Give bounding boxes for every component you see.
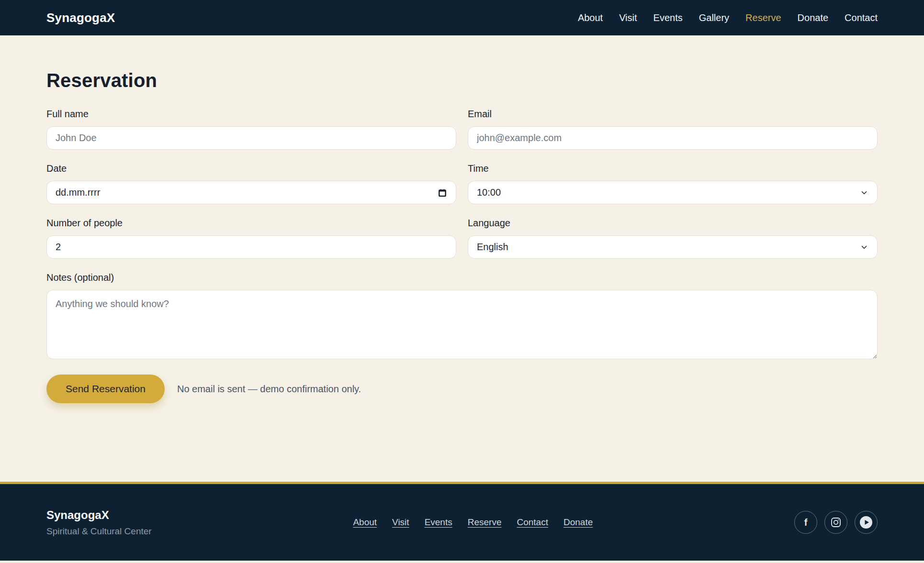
date-input[interactable]: dd.mm.rrrr — [46, 181, 456, 204]
social-links: f — [794, 511, 878, 534]
footer-link-events[interactable]: Events — [425, 517, 452, 528]
time-select[interactable]: 10:00 — [468, 181, 878, 204]
top-navigation: About Visit Events Gallery Reserve Donat… — [578, 12, 878, 23]
time-label: Time — [468, 163, 878, 174]
language-label: Language — [468, 218, 878, 229]
form-row-3: Number of people Language English — [46, 218, 878, 259]
nav-contact[interactable]: Contact — [845, 12, 878, 23]
form-row-2: Date dd.mm.rrrr Time 10:00 — [46, 163, 878, 204]
email-group: Email — [468, 109, 878, 150]
people-group: Number of people — [46, 218, 456, 259]
nav-events[interactable]: Events — [654, 12, 683, 23]
reservation-page: Reservation Full name Email Date dd.mm.r… — [0, 35, 924, 482]
instagram-button[interactable] — [824, 511, 847, 534]
footer-brand: SynagogaX Spiritual & Cultural Center — [46, 508, 152, 537]
footer: SynagogaX Spiritual & Cultural Center Ab… — [0, 482, 924, 561]
form-row-4: Notes (optional) — [46, 272, 878, 359]
notes-group: Notes (optional) — [46, 272, 878, 359]
form-row-1: Full name Email — [46, 109, 878, 150]
time-value: 10:00 — [477, 187, 501, 198]
youtube-button[interactable] — [855, 511, 878, 534]
full-name-input[interactable] — [46, 126, 456, 150]
facebook-icon: f — [804, 517, 808, 528]
email-label: Email — [468, 109, 878, 120]
time-group: Time 10:00 — [468, 163, 878, 204]
full-name-label: Full name — [46, 109, 456, 120]
footer-link-contact[interactable]: Contact — [517, 517, 548, 528]
notes-label: Notes (optional) — [46, 272, 878, 283]
youtube-icon — [859, 516, 873, 529]
calendar-icon[interactable] — [438, 188, 447, 198]
form-actions: Send Reservation No email is sent — demo… — [46, 375, 878, 403]
email-input[interactable] — [468, 126, 878, 150]
header: SynagogaX About Visit Events Gallery Res… — [0, 0, 924, 35]
footer-navigation: About Visit Events Reserve Contact Donat… — [353, 517, 593, 528]
footer-link-about[interactable]: About — [353, 517, 377, 528]
chevron-down-icon — [860, 188, 868, 197]
chevron-down-icon — [860, 243, 868, 252]
footer-link-visit[interactable]: Visit — [392, 517, 409, 528]
date-group: Date dd.mm.rrrr — [46, 163, 456, 204]
nav-gallery[interactable]: Gallery — [699, 12, 729, 23]
facebook-button[interactable]: f — [794, 511, 817, 534]
bottom-strip — [0, 561, 924, 563]
date-label: Date — [46, 163, 456, 174]
full-name-group: Full name — [46, 109, 456, 150]
footer-link-reserve[interactable]: Reserve — [468, 517, 502, 528]
footer-logo: SynagogaX — [46, 508, 152, 522]
send-reservation-button[interactable]: Send Reservation — [46, 375, 165, 403]
brand-logo[interactable]: SynagogaX — [46, 11, 115, 25]
instagram-icon — [830, 517, 842, 528]
footer-link-donate[interactable]: Donate — [563, 517, 593, 528]
language-select[interactable]: English — [468, 235, 878, 259]
notes-textarea[interactable] — [46, 290, 878, 359]
nav-about[interactable]: About — [578, 12, 603, 23]
people-input[interactable] — [46, 235, 456, 259]
language-value: English — [477, 242, 508, 253]
date-value: dd.mm.rrrr — [56, 187, 100, 198]
nav-donate[interactable]: Donate — [798, 12, 829, 23]
people-label: Number of people — [46, 218, 456, 229]
page-title: Reservation — [46, 70, 878, 91]
footer-tagline: Spiritual & Cultural Center — [46, 526, 152, 537]
demo-note: No email is sent — demo confirmation onl… — [177, 384, 361, 395]
language-group: Language English — [468, 218, 878, 259]
nav-visit[interactable]: Visit — [619, 12, 637, 23]
nav-reserve[interactable]: Reserve — [745, 12, 781, 23]
